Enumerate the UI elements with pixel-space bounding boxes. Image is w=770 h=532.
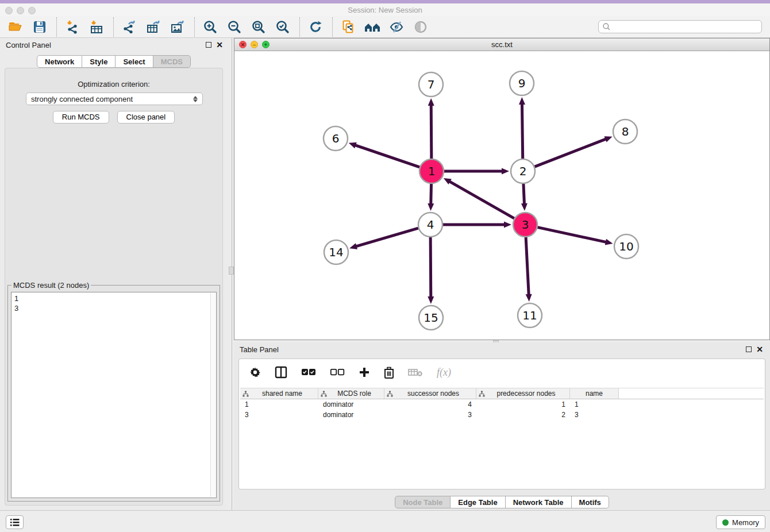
graph-node-label: 2: [519, 164, 527, 178]
first-neighbors-icon[interactable]: [363, 18, 382, 36]
create-column-icon[interactable]: [359, 365, 370, 380]
memory-status-icon: [722, 519, 729, 526]
tab-network[interactable]: Network: [37, 55, 82, 68]
clone-network-icon[interactable]: [338, 18, 358, 36]
edge-2-8[interactable]: [535, 139, 607, 167]
app-title: Session: New Session: [0, 6, 770, 14]
import-network-icon[interactable]: [63, 18, 82, 36]
edge-arrowhead: [428, 203, 434, 211]
toolbar-separator: [332, 17, 333, 37]
toolbar-separator: [194, 17, 195, 37]
tab-select[interactable]: Select: [116, 55, 153, 68]
close-table-panel-icon[interactable]: ✕: [756, 345, 763, 354]
tab-motifs[interactable]: Motifs: [572, 496, 609, 508]
delete-table-icon[interactable]: [408, 365, 423, 380]
search-input[interactable]: [611, 21, 761, 32]
close-panel-icon[interactable]: ✕: [216, 40, 223, 49]
run-mcds-button[interactable]: Run MCDS: [53, 111, 109, 124]
edge-arrowhead: [526, 294, 532, 302]
toolbar-separator: [299, 17, 300, 37]
hide-selected-icon[interactable]: [387, 18, 406, 36]
network-canvas-svg[interactable]: 7968124314101511: [234, 51, 769, 340]
edge-arrowhead: [605, 136, 613, 142]
vertical-splitter[interactable]: [228, 38, 234, 510]
edge-arrowhead: [521, 203, 528, 211]
open-session-icon[interactable]: [6, 18, 25, 36]
float-panel-icon[interactable]: [206, 42, 211, 48]
graph-node-label: 10: [619, 240, 633, 253]
export-table-icon[interactable]: [144, 18, 163, 36]
edge-2-3[interactable]: [523, 184, 525, 205]
control-panel-title: Control Panel: [6, 41, 51, 49]
delete-columns-icon[interactable]: [384, 365, 394, 380]
memory-button[interactable]: Memory: [716, 515, 765, 529]
edge-1-7[interactable]: [431, 105, 432, 159]
edge-4-14[interactable]: [356, 228, 418, 246]
show-all-icon[interactable]: [411, 18, 430, 36]
control-panel-header: Control Panel ✕: [0, 38, 228, 53]
zoom-in-icon[interactable]: [201, 18, 220, 36]
criterion-dropdown[interactable]: strongly connected component: [26, 92, 203, 105]
toolbar-separator: [113, 17, 114, 37]
tab-edge-table[interactable]: Edge Table: [451, 496, 505, 508]
dropdown-stepper-icon: [193, 96, 198, 102]
network-window-titlebar[interactable]: ✕ – + scc.txt: [234, 38, 769, 51]
column-type-icon: [321, 391, 327, 397]
close-panel-button[interactable]: Close panel: [117, 111, 175, 124]
task-history-button[interactable]: [6, 515, 24, 529]
tab-mcds[interactable]: MCDS: [153, 55, 191, 68]
edge-arrowhead: [349, 142, 357, 148]
save-session-icon[interactable]: [30, 18, 49, 36]
node-table[interactable]: shared name MCDS role successor nodes pr…: [240, 388, 764, 488]
column-type-icon: [479, 391, 485, 397]
result-line: 3: [14, 303, 213, 313]
import-table-icon[interactable]: [87, 18, 106, 36]
result-line: 1: [14, 294, 213, 303]
toolbar-separator: [56, 17, 57, 37]
graph-node-label: 3: [522, 218, 529, 232]
graph-node-label: 9: [518, 76, 526, 90]
column-header-predecessor-nodes[interactable]: predecessor nodes: [476, 388, 570, 399]
splitter-grip[interactable]: [229, 267, 234, 275]
export-network-icon[interactable]: [120, 18, 139, 36]
zoom-selected-icon[interactable]: [273, 18, 292, 36]
table-settings-gear-icon[interactable]: [249, 365, 261, 380]
edge-3-11[interactable]: [526, 237, 529, 295]
tab-style[interactable]: Style: [82, 55, 116, 68]
apply-layout-icon[interactable]: [306, 18, 325, 36]
column-header-successor-nodes[interactable]: successor nodes: [384, 388, 476, 399]
tab-network-table[interactable]: Network Table: [506, 496, 572, 508]
network-title: scc.txt: [234, 40, 769, 49]
graph-node-label: 7: [428, 78, 435, 91]
function-builder-icon[interactable]: f(x): [437, 365, 451, 380]
column-panel-icon[interactable]: [275, 365, 287, 380]
search-field[interactable]: [598, 20, 762, 33]
column-header-shared-name[interactable]: shared name: [240, 388, 318, 399]
edge-2-9[interactable]: [522, 103, 522, 159]
table-panel-title: Table Panel: [240, 345, 279, 354]
zoom-out-icon[interactable]: [225, 18, 244, 36]
graph-node-label: 15: [424, 311, 438, 325]
mcds-result-textarea[interactable]: 1 3: [11, 292, 217, 498]
float-table-panel-icon[interactable]: [746, 346, 752, 352]
status-bar: Memory: [0, 510, 770, 532]
column-header-mcds-role[interactable]: MCDS role: [318, 388, 384, 399]
export-image-icon[interactable]: [168, 18, 187, 36]
unselect-all-columns-icon[interactable]: [330, 365, 345, 380]
table-row[interactable]: 3 dominator 3 2 3: [240, 410, 764, 420]
table-panel: Table Panel ✕: [234, 342, 770, 510]
edge-1-6[interactable]: [355, 145, 419, 167]
edge-arrowhead: [428, 98, 434, 106]
column-header-name[interactable]: name: [570, 388, 619, 399]
table-row[interactable]: 1 dominator 4 1 1: [240, 399, 764, 410]
tab-node-table[interactable]: Node Table: [395, 496, 451, 508]
result-scrollbar[interactable]: [210, 293, 215, 497]
mcds-tab-content: Optimization criterion: strongly connect…: [5, 68, 223, 506]
edge-arrowhead: [519, 97, 525, 105]
edge-3-10[interactable]: [538, 228, 607, 242]
edge-1-4[interactable]: [431, 184, 432, 205]
edge-3-1[interactable]: [449, 181, 514, 218]
zoom-fit-icon[interactable]: [249, 18, 268, 36]
edge-4-15[interactable]: [430, 237, 431, 298]
select-all-columns-icon[interactable]: [301, 365, 316, 380]
